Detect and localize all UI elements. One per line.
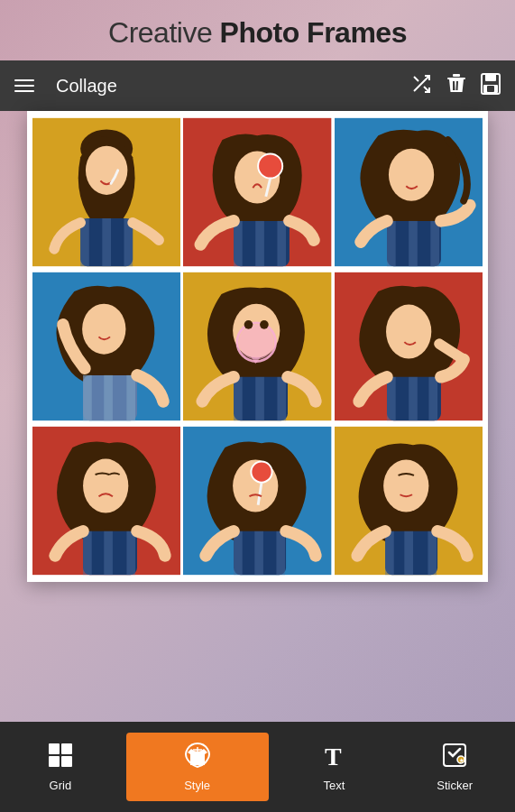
svg-point-29 [386,305,431,359]
grid-icon [47,742,74,773]
svg-point-37 [252,462,272,483]
collage-cell-2[interactable] [183,116,331,268]
collage-cell-6[interactable] [335,271,483,422]
svg-point-19 [82,304,125,355]
toolbar-actions [410,73,501,99]
svg-rect-41 [49,743,60,754]
svg-point-16 [389,149,434,201]
sticker-label: Sticker [437,779,473,792]
text-icon: T [320,742,347,773]
shuffle-icon[interactable] [410,73,432,99]
svg-point-27 [260,320,269,329]
nav-text[interactable]: T Text [274,733,395,801]
app-title: Creative Photo Frames [0,0,515,60]
svg-rect-43 [49,756,60,767]
svg-point-39 [383,460,428,512]
delete-icon[interactable] [446,73,466,99]
collage-grid [32,116,483,577]
svg-point-32 [83,459,128,513]
svg-rect-1 [453,74,460,77]
title-plain: Creative [108,16,220,49]
svg-point-25 [239,325,274,360]
collage-cell-4[interactable] [32,271,180,422]
grid-label: Grid [50,779,72,792]
text-label: Text [323,779,345,792]
svg-rect-44 [61,756,72,767]
collage-cell-3[interactable] [335,116,483,268]
nav-style[interactable]: Style [126,733,269,801]
toolbar-title: Collage [56,76,396,97]
svg-point-9 [86,146,127,195]
sticker-icon: ★ [441,742,468,773]
svg-rect-42 [61,743,72,754]
collage-cell-8[interactable] [183,425,331,577]
style-label: Style [184,779,210,792]
nav-grid[interactable]: Grid [0,733,121,801]
bottom-navigation: Grid Style T Text ★ [0,722,515,812]
collage-cell-7[interactable] [32,425,180,577]
title-bold: Photo Frames [220,16,407,49]
svg-rect-3 [485,74,496,81]
svg-point-14 [258,153,282,178]
collage-cell-1[interactable] [32,116,180,268]
svg-point-26 [244,320,253,329]
collage-cell-9[interactable] [335,425,483,577]
nav-sticker[interactable]: ★ Sticker [394,733,515,801]
svg-text:T: T [325,743,342,769]
style-icon [184,742,211,773]
svg-rect-5 [487,86,494,92]
toolbar: Collage [0,60,515,111]
save-icon[interactable] [481,73,501,99]
collage-cell-5[interactable] [183,271,331,422]
collage-wrapper [27,111,488,582]
svg-rect-0 [447,78,465,79]
menu-button[interactable] [14,79,34,92]
